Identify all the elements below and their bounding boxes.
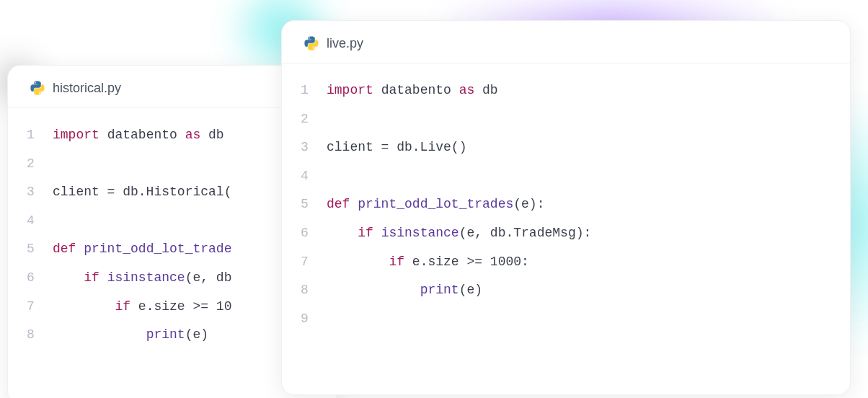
code-line: 6 if isinstance(e, db [27,264,319,293]
line-number: 1 [301,76,327,105]
line-number: 7 [27,293,53,322]
code-source: client = db.Live() [327,133,831,162]
line-number: 3 [27,178,53,207]
code-line: 1import databento as db [27,121,319,150]
code-line: 2 [301,105,831,134]
python-icon [30,80,45,96]
line-number: 3 [301,133,327,162]
code-source: print(e) [327,276,831,305]
line-number: 7 [301,248,327,277]
line-number: 2 [301,105,327,134]
code-line: 9 [301,305,831,334]
line-number: 8 [27,321,53,350]
line-number: 5 [301,190,327,219]
line-number: 4 [301,162,327,191]
code-line: 5def print_odd_lot_trades(e): [301,190,831,219]
code-source: if isinstance(e, db [53,264,319,293]
line-number: 4 [27,207,53,236]
code-source: import databento as db [53,121,319,150]
code-source: if e.size >= 10 [53,293,319,322]
code-source: client = db.Historical( [53,178,319,207]
code-line: 8 print(e) [301,276,831,305]
line-number: 8 [301,276,327,305]
code-line: 4 [301,162,831,191]
code-source [53,150,319,179]
code-source [327,305,831,334]
code-line: 4 [27,207,319,236]
line-number: 2 [27,150,53,179]
line-number: 9 [301,305,327,334]
code-line: 3client = db.Historical( [27,178,319,207]
code-source: print(e) [53,321,319,350]
python-icon [304,35,319,51]
code-source: def print_odd_lot_trade [53,235,319,264]
code-line: 8 print(e) [27,321,319,350]
filename: live.py [327,36,363,51]
code-source [53,207,319,236]
code-area[interactable]: 1import databento as db23client = db.Liv… [282,63,850,340]
code-source [327,105,831,134]
tab-bar: live.py [282,21,850,63]
editor-window-live: live.py 1import databento as db23client … [281,20,851,395]
code-line: 1import databento as db [301,76,831,105]
code-line: 3client = db.Live() [301,133,831,162]
code-source: if e.size >= 1000: [327,248,831,277]
line-number: 5 [27,235,53,264]
code-line: 7 if e.size >= 10 [27,293,319,322]
code-source: if isinstance(e, db.TradeMsg): [327,219,831,248]
code-source: def print_odd_lot_trades(e): [327,190,831,219]
code-line: 2 [27,150,319,179]
code-line: 6 if isinstance(e, db.TradeMsg): [301,219,831,248]
filename: historical.py [53,81,121,96]
code-line: 5def print_odd_lot_trade [27,235,319,264]
code-line: 7 if e.size >= 1000: [301,248,831,277]
code-source: import databento as db [327,76,831,105]
line-number: 6 [301,219,327,248]
line-number: 6 [27,264,53,293]
line-number: 1 [27,121,53,150]
code-source [327,162,831,191]
